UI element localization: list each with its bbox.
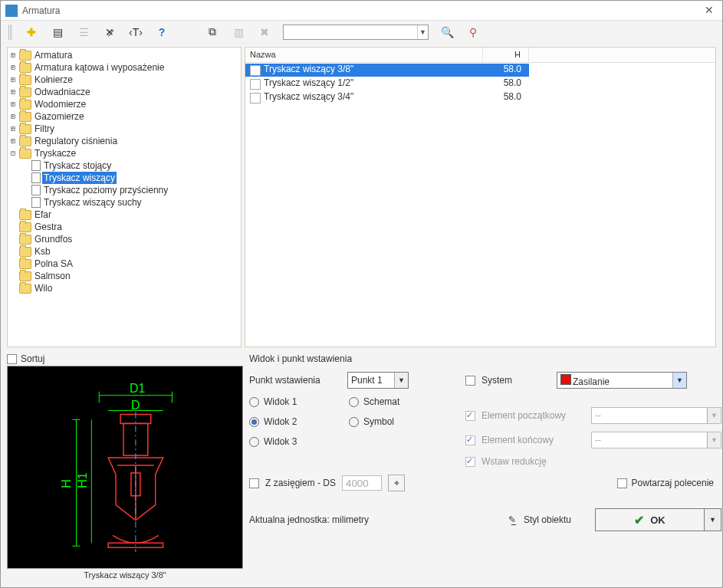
app-icon: [5, 5, 18, 17]
tree-node[interactable]: ⊞Kołnierze: [8, 74, 240, 86]
plus-icon[interactable]: ⊞: [8, 98, 18, 110]
tree-node-label: Tryskacz wiszący: [42, 172, 117, 184]
tree-node[interactable]: Gestra: [8, 221, 240, 233]
preview-canvas: D1 D H H1: [7, 366, 243, 569]
tree-node-label: Tryskacz stojący: [42, 159, 113, 172]
plus-icon[interactable]: ⊞: [8, 86, 18, 98]
view1-radio[interactable]: Widok 1: [249, 396, 349, 407]
copy-button[interactable]: ⧉: [205, 25, 220, 40]
elkon-label: Element końcowy: [481, 435, 585, 445]
range-value[interactable]: [342, 475, 382, 491]
dim-h: H: [60, 479, 73, 488]
tree-node-label: Polna SA: [33, 258, 74, 270]
dim-d: D: [131, 399, 140, 412]
range-pick-button[interactable]: ⌖: [388, 475, 405, 491]
tree-node[interactable]: ⊞Armatura: [8, 49, 240, 61]
text-style-button[interactable]: ‹T›: [128, 25, 143, 40]
search-combo[interactable]: ▼: [283, 25, 429, 40]
list-row[interactable]: Tryskacz wiszący 3/4"58.0: [245, 90, 715, 104]
tree-node[interactable]: ⊟Tryskacze: [8, 147, 240, 159]
elkon-checkbox: [465, 435, 475, 445]
tree-node[interactable]: ⊞Armatura kątowa i wyposażenie: [8, 61, 240, 74]
wstaw-label: Wstaw redukcję: [481, 456, 585, 467]
tree-node[interactable]: Grundfos: [8, 233, 240, 245]
tree-node[interactable]: Ksb: [8, 245, 240, 258]
list-pane[interactable]: Nazwa H Tryskacz wiszący 3/8"58.0Tryskac…: [245, 47, 716, 347]
tree-node[interactable]: ⊞Filtry: [8, 123, 240, 135]
col-h[interactable]: H: [483, 48, 529, 62]
tree-node-label: Tryskacze: [33, 147, 77, 159]
tree-node[interactable]: ⊞Regulatory ciśnienia: [8, 135, 240, 147]
table-button[interactable]: ▥: [231, 25, 246, 40]
plus-icon[interactable]: ⊞: [8, 123, 18, 135]
folder-icon: [19, 235, 31, 245]
folder-icon: [19, 284, 31, 294]
view3-radio[interactable]: Widok 3: [249, 436, 349, 447]
minus-icon[interactable]: ⊟: [8, 147, 18, 159]
folder-icon: [19, 210, 31, 220]
window-title: Armatura: [22, 5, 701, 16]
style-icon: ✎̲: [508, 514, 516, 525]
tree-node[interactable]: Tryskacz wiszący suchy: [21, 196, 240, 209]
delete-button[interactable]: ✖: [257, 25, 272, 40]
tree-node-label: Gazomierze: [33, 110, 86, 123]
tree-node[interactable]: Tryskacz poziomy przyścienny: [21, 184, 240, 196]
list-button[interactable]: ☰: [76, 25, 91, 40]
symbol-radio[interactable]: Symbol: [349, 416, 441, 427]
view2-radio[interactable]: Widok 2: [249, 416, 349, 427]
list-row[interactable]: Tryskacz wiszący 1/2"58.0: [245, 77, 715, 90]
tree-node[interactable]: ⊞Wodomierze: [8, 98, 240, 110]
point-combo[interactable]: Punkt 1 ▼: [347, 372, 409, 389]
ok-dropdown-button[interactable]: ▼: [704, 509, 721, 531]
chevron-down-icon[interactable]: ▼: [394, 373, 408, 388]
point-label: Punkt wstawienia: [249, 375, 341, 386]
plus-icon[interactable]: ⊞: [8, 110, 18, 123]
object-style-button[interactable]: ✎̲ Styl obiektu: [494, 509, 586, 531]
report-button[interactable]: ▤: [50, 25, 65, 40]
cell-name: Tryskacz wiszący 3/4": [245, 91, 483, 104]
plus-icon[interactable]: ⊞: [8, 135, 18, 147]
help-button[interactable]: ?: [154, 25, 169, 40]
close-button[interactable]: ✕: [701, 4, 718, 18]
tools-button[interactable]: ✕̷: [102, 25, 117, 40]
elpocz-label: Element początkowy: [481, 410, 585, 421]
tree-node[interactable]: Tryskacz stojący: [21, 159, 240, 172]
sort-checkbox[interactable]: Sortuj: [7, 353, 243, 364]
find-next-button[interactable]: ⚲: [465, 25, 481, 40]
list-row[interactable]: Tryskacz wiszący 3/8"58.0: [245, 63, 715, 77]
tree-node-label: Efar: [33, 209, 53, 221]
tree-node[interactable]: Salmson: [8, 270, 240, 282]
col-name[interactable]: Nazwa: [245, 48, 483, 62]
tree-node[interactable]: Tryskacz wiszący: [21, 172, 240, 184]
tree-node[interactable]: ⊞Gazomierze: [8, 110, 240, 123]
cell-name: Tryskacz wiszący 1/2": [245, 77, 483, 90]
cell-h: 58.0: [483, 77, 529, 90]
chevron-down-icon[interactable]: ▼: [672, 373, 686, 388]
system-checkbox[interactable]: [465, 376, 475, 386]
range-checkbox[interactable]: [249, 478, 259, 488]
folder-icon: [19, 149, 31, 159]
plus-icon[interactable]: ⊞: [8, 74, 18, 86]
tree-node[interactable]: Polna SA: [8, 258, 240, 270]
tree-node[interactable]: ⊞Odwadniacze: [8, 86, 240, 98]
ok-button[interactable]: ✔ OK ▼: [595, 508, 721, 531]
chevron-down-icon[interactable]: ▼: [417, 25, 428, 39]
repeat-checkbox[interactable]: Powtarzaj polecenie: [617, 478, 714, 488]
group-title: Widok i punkt wstawienia: [249, 353, 721, 364]
zasilanie-combo[interactable]: Zasilanie ▼: [557, 372, 687, 389]
schemat-radio[interactable]: Schemat: [349, 396, 441, 407]
search-button[interactable]: 🔍: [439, 25, 455, 40]
tree-node[interactable]: Efar: [8, 209, 240, 221]
folder-icon: [19, 136, 31, 146]
tree-pane[interactable]: ⊞Armatura⊞Armatura kątowa i wyposażenie⊞…: [7, 47, 242, 347]
check-icon: ✔: [634, 513, 644, 527]
new-button[interactable]: ✚: [24, 25, 39, 40]
plus-icon[interactable]: ⊞: [8, 49, 18, 61]
unit-label: Aktualna jednostka: milimetry: [249, 514, 485, 525]
search-input[interactable]: [284, 27, 417, 38]
folder-icon: [19, 100, 31, 110]
sort-label: Sortuj: [21, 353, 44, 364]
title-bar: Armatura ✕: [1, 1, 722, 21]
plus-icon[interactable]: ⊞: [8, 61, 18, 74]
tree-node[interactable]: Wilo: [8, 282, 240, 294]
